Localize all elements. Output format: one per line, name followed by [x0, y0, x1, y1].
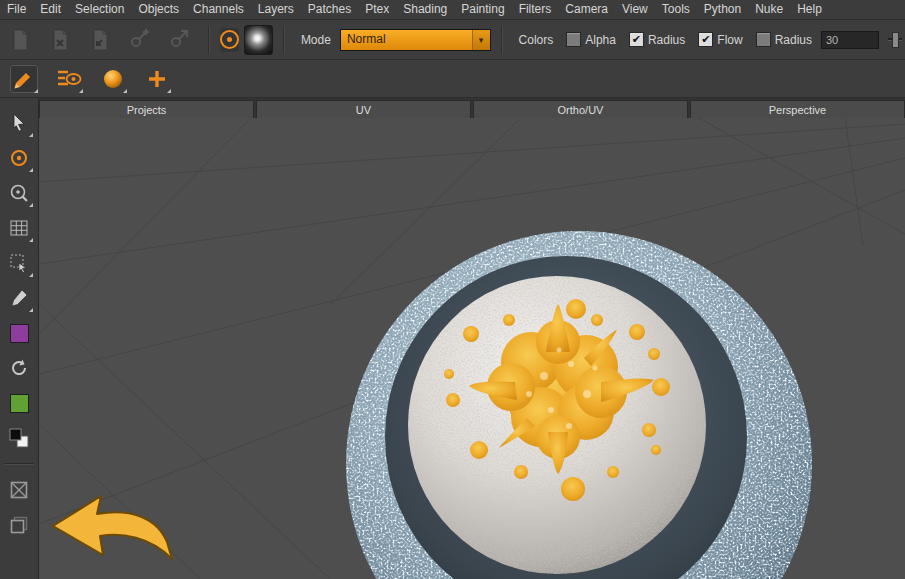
- menu-item-painting[interactable]: Painting: [454, 0, 511, 19]
- menu-item-channels[interactable]: Channels: [186, 0, 251, 19]
- document-new-icon[interactable]: [6, 26, 34, 54]
- menu-item-layers[interactable]: Layers: [251, 0, 301, 19]
- radius-input[interactable]: [821, 31, 879, 49]
- dropdown-arrow-icon: [29, 308, 33, 312]
- sync-tool[interactable]: [6, 355, 32, 381]
- menu-item-file[interactable]: File: [0, 0, 33, 19]
- paint-mode-icon[interactable]: [10, 65, 38, 93]
- green-swatch[interactable]: [10, 394, 29, 413]
- mask-box-icon[interactable]: [6, 512, 32, 538]
- mode-label: Mode: [301, 33, 331, 47]
- paint-target-icon[interactable]: [220, 28, 239, 52]
- flow-checkbox-label: Flow: [717, 33, 742, 47]
- eyedropper-tool[interactable]: [6, 285, 32, 311]
- toolbar-separator: [283, 26, 285, 54]
- plug-add-icon[interactable]: [126, 26, 154, 54]
- radius-checkbox-label: Radius: [648, 33, 685, 47]
- viewport-tabbar: Projects UV Ortho/UV Perspective: [39, 98, 905, 118]
- menu-item-ptex[interactable]: Ptex: [358, 0, 396, 19]
- model-sphere-bowl: [346, 231, 812, 579]
- dropdown-arrow-icon: [79, 89, 83, 93]
- dropdown-arrow-icon: [29, 238, 33, 242]
- slider-handle[interactable]: [892, 32, 899, 48]
- toolbar-separator: [208, 26, 210, 54]
- tab-uv[interactable]: UV: [256, 100, 471, 118]
- menu-item-shading[interactable]: Shading: [396, 0, 454, 19]
- annotation-arrow: [53, 496, 172, 559]
- menu-item-help[interactable]: Help: [790, 0, 829, 19]
- dropdown-arrow-icon: [123, 89, 127, 93]
- alpha-checkbox-label: Alpha: [585, 33, 616, 47]
- document-close-icon[interactable]: [46, 26, 74, 54]
- color-swatch-purple[interactable]: [6, 320, 32, 346]
- tab-ortho-uv[interactable]: Ortho/UV: [473, 100, 688, 118]
- zoom-tool[interactable]: [6, 180, 32, 206]
- flow-checkbox[interactable]: [698, 32, 713, 47]
- uv-grid-tool[interactable]: [6, 215, 32, 241]
- select-tool[interactable]: [6, 110, 32, 136]
- purple-swatch[interactable]: [10, 324, 29, 343]
- paint-mode-value: Normal: [341, 30, 472, 50]
- alpha-checkbox[interactable]: [566, 32, 581, 47]
- dropdown-arrow-icon: [34, 89, 38, 93]
- menu-item-view[interactable]: View: [615, 0, 655, 19]
- checkbox-radius[interactable]: Radius: [629, 32, 685, 47]
- chevron-down-icon[interactable]: ▾: [472, 30, 490, 50]
- paint-toolbar: [0, 60, 905, 98]
- main-toolbar: Mode Normal ▾ Colors Alpha Radius Flow R…: [0, 20, 905, 60]
- paint-tool[interactable]: [6, 145, 32, 171]
- document-export-icon[interactable]: [86, 26, 114, 54]
- radius2-checkbox[interactable]: [756, 32, 771, 47]
- sidebar-separator: [4, 463, 34, 465]
- colors-label: Colors: [519, 33, 554, 47]
- 3d-viewport-canvas[interactable]: [39, 118, 905, 579]
- target-ring-icon: [220, 30, 239, 49]
- menu-item-patches[interactable]: Patches: [301, 0, 358, 19]
- checkbox-radius-2[interactable]: Radius: [756, 32, 812, 47]
- plug-arrow-icon[interactable]: [166, 26, 194, 54]
- menu-item-nuke[interactable]: Nuke: [748, 0, 790, 19]
- dropdown-arrow-icon: [29, 203, 33, 207]
- brush-tip-preview[interactable]: [244, 25, 273, 55]
- foreground-background-colors[interactable]: [6, 425, 32, 451]
- menu-item-tools[interactable]: Tools: [655, 0, 697, 19]
- dropdown-arrow-icon: [29, 168, 33, 172]
- paint-mode-dropdown[interactable]: Normal ▾: [340, 29, 491, 51]
- dropdown-arrow-icon: [29, 273, 33, 277]
- checkbox-flow[interactable]: Flow: [698, 32, 742, 47]
- tools-sidebar: [0, 98, 39, 579]
- menubar: File Edit Selection Objects Channels Lay…: [0, 0, 905, 20]
- dropdown-arrow-icon: [167, 89, 171, 93]
- workspace: Projects UV Ortho/UV Perspective: [0, 98, 905, 579]
- dropdown-arrow-icon: [29, 133, 33, 137]
- main-area: Projects UV Ortho/UV Perspective: [39, 98, 905, 579]
- project-icon-group: [6, 26, 194, 54]
- menu-item-selection[interactable]: Selection: [68, 0, 131, 19]
- tab-projects[interactable]: Projects: [39, 100, 254, 118]
- marquee-select-tool[interactable]: [6, 250, 32, 276]
- toolbar-separator: [501, 26, 503, 54]
- menu-item-objects[interactable]: Objects: [131, 0, 186, 19]
- color-swatch-green[interactable]: [6, 390, 32, 416]
- menu-item-filters[interactable]: Filters: [512, 0, 559, 19]
- radius-slider[interactable]: [888, 32, 899, 48]
- checkbox-alpha[interactable]: Alpha: [566, 32, 616, 47]
- tab-perspective[interactable]: Perspective: [690, 100, 905, 118]
- menu-item-python[interactable]: Python: [697, 0, 748, 19]
- radius2-checkbox-label: Radius: [775, 33, 812, 47]
- add-icon[interactable]: [144, 66, 170, 92]
- radius-checkbox[interactable]: [629, 32, 644, 47]
- menu-item-edit[interactable]: Edit: [33, 0, 68, 19]
- shader-sphere-icon[interactable]: [100, 66, 126, 92]
- mask-x-icon[interactable]: [6, 477, 32, 503]
- menu-item-camera[interactable]: Camera: [558, 0, 615, 19]
- 3d-viewport[interactable]: [39, 118, 905, 579]
- paint-visibility-icon[interactable]: [56, 66, 82, 92]
